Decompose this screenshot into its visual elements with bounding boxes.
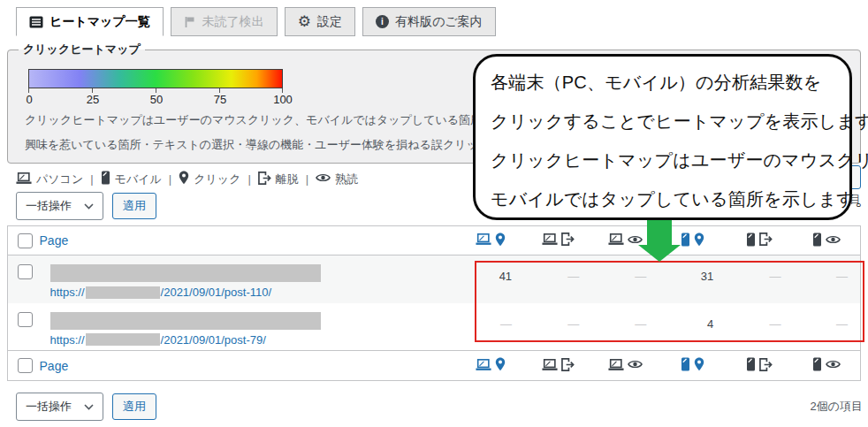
bulk-action-select-label: 一括操作 [26,399,72,415]
url-path: /2021/09/01/post-79/ [161,333,266,347]
metric-value: — [726,303,793,351]
smartphone-icon [746,233,756,247]
column-pc-click[interactable] [457,351,524,381]
chevron-down-icon [84,404,94,410]
laptop-icon [608,233,624,246]
laptop-icon [476,233,491,246]
exit-icon [561,233,575,246]
separator: | [90,172,93,186]
laptop-icon [476,358,491,371]
url-path: /2021/09/01/post-110/ [161,286,272,299]
metric-value: — [726,255,793,303]
metric-value[interactable]: 4 [659,303,726,351]
page-column-header[interactable]: Page [40,359,69,373]
legend-label: 熟読 [335,172,358,187]
page-column-header[interactable]: Page [40,233,69,248]
laptop-icon [16,172,32,187]
column-pc-exit[interactable] [524,226,591,255]
select-all-checkbox[interactable] [18,233,33,248]
tab-label: ヒートマップ一覧 [49,14,150,30]
smartphone-icon [681,357,690,371]
tab-heatmap-list[interactable]: ヒートマップ一覧 [16,7,164,36]
apply-button[interactable]: 適用 [112,193,156,219]
map-pin-icon [495,233,506,247]
legend-label: パソコン [36,172,83,187]
eye-icon [628,359,643,370]
scale-tick-label: 25 [87,93,99,106]
page-url-link[interactable]: https:///2021/09/01/post-110/ [50,286,457,299]
callout-bubble: 各端末（PC、モバイル）の分析結果数を クリックすることでヒートマップを表示しま… [473,54,852,220]
column-mobile-exit[interactable] [726,351,793,381]
smartphone-icon [812,357,822,371]
legend-label: モバイル [115,172,162,187]
metric-value: — [793,303,860,351]
tab-label: 有料版のご案内 [395,14,483,30]
bulk-action-select[interactable]: 一括操作 [16,192,103,220]
column-pc-click[interactable] [457,226,524,255]
tab-settings[interactable]: ⚙ 設定 [285,7,355,36]
exit-icon [258,172,271,187]
eye-icon [826,359,841,370]
exit-icon [561,358,575,371]
column-pc-read[interactable] [591,351,659,381]
tab-bar: ヒートマップ一覧 未読了検出 ⚙ 設定 i 有料版のご案内 [16,7,496,36]
tab-unread-detect[interactable]: 未読了検出 [171,7,278,36]
gear-icon: ⚙ [298,14,311,29]
table-footer-row: Page [8,351,861,381]
select-all-checkbox[interactable] [18,358,33,373]
laptop-icon [608,358,624,371]
page-url-link[interactable]: https:///2021/09/01/post-79/ [50,333,457,347]
callout-line: モバイルではタップしている箇所を示します。 [491,179,837,218]
panel-title: クリックヒートマップ [19,42,145,57]
exit-icon [759,233,773,246]
legend-item-read: 熟読 [316,172,358,187]
bulk-actions-bottom: 一括操作 適用 [16,393,156,421]
separator: | [169,172,171,186]
callout-line: クリックヒートマップはユーザーのマウスクリック、 [491,141,837,179]
url-prefix: https:// [50,286,85,299]
smartphone-icon [746,357,756,371]
heatmap-list-table: Page https:///2021/09/01/post-110/ 41 — … [7,225,861,381]
column-mobile-click[interactable] [659,351,726,381]
column-mobile-exit[interactable] [726,226,793,255]
separator: | [247,172,250,186]
table-row: https:///2021/09/01/post-110/ 41 — — 31 … [8,255,861,303]
bulk-action-select[interactable]: 一括操作 [16,393,103,421]
smartphone-icon [681,233,690,247]
metric-value[interactable]: 41 [457,255,524,303]
scale-tick-label: 100 [273,93,293,106]
map-pin-icon [694,357,704,371]
table-row: https:///2021/09/01/post-79/ — — — 4 — — [8,303,861,351]
apply-button[interactable]: 適用 [112,393,156,420]
column-mobile-read[interactable] [793,351,860,381]
column-mobile-read[interactable] [793,226,860,255]
table-header-row: Page [8,226,861,255]
url-prefix: https:// [50,333,85,347]
legend-item-mobile: モバイル [101,171,162,187]
flag-icon [184,16,196,28]
metric-value: — [524,255,591,303]
scale-tick-label: 0 [26,93,32,106]
row-checkbox[interactable] [18,312,33,327]
column-pc-exit[interactable] [524,351,591,381]
eye-icon [316,172,331,186]
legend-label: 離脱 [276,172,299,187]
metric-value: — [524,303,591,351]
tab-paid-version-info[interactable]: i 有料版のご案内 [362,7,496,36]
separator: | [306,172,308,186]
chevron-down-icon [84,203,94,210]
scale-tick-label: 75 [214,93,226,106]
callout-line: クリックすることでヒートマップを表示します。 [491,102,837,141]
qa-heatmap-admin-page: ヒートマップ一覧 未読了検出 ⚙ 設定 i 有料版のご案内 クリックヒートマップ… [0,0,868,427]
heatmap-color-scale [28,69,283,88]
callout-line: 各端末（PC、モバイル）の分析結果数を [491,63,837,102]
legend-item-pc: パソコン [16,172,83,187]
row-checkbox[interactable] [18,264,33,279]
tab-label: 設定 [317,14,342,30]
metric-value: — [793,255,860,303]
info-icon: i [376,15,389,28]
laptop-icon [542,358,558,371]
panel-description-line2: 興味を惹いている箇所・テキストの選択・導線の機能・ユーザー体験を損ねる誤クリック… [25,137,537,153]
map-pin-icon [179,171,189,187]
bulk-action-select-label: 一括操作 [26,198,72,214]
